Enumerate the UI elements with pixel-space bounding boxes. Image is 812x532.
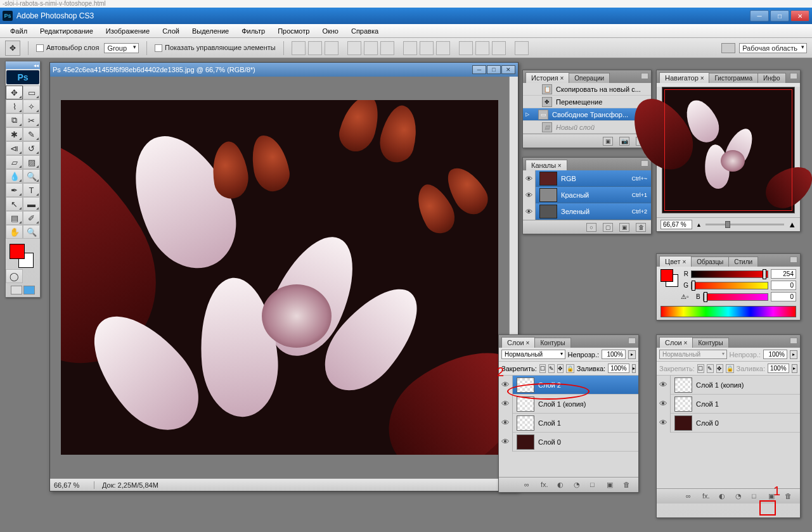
history-item[interactable]: ✥Перемещение — [523, 96, 651, 108]
eye-icon[interactable]: 👁 — [499, 433, 513, 452]
screenmode-standard[interactable] — [11, 286, 22, 294]
blur-tool[interactable]: 💧 — [6, 169, 23, 183]
eyedropper-tool[interactable]: ✐ — [23, 211, 40, 225]
pen-tool[interactable]: ✒ — [6, 183, 23, 197]
channel-row[interactable]: 👁ЗеленыйCtrl+2 — [523, 203, 651, 220]
menu-image[interactable]: Изображение — [100, 25, 156, 37]
stamp-tool[interactable]: ⧏ — [6, 141, 23, 155]
tab-channels[interactable]: Каналы × — [525, 160, 567, 170]
mask-icon[interactable]: ◐ — [719, 492, 729, 501]
zoom-tool[interactable]: 🔍 — [23, 225, 40, 239]
channel-new-icon[interactable]: ▣ — [619, 223, 629, 232]
menu-help[interactable]: Справка — [345, 25, 385, 37]
lock-paint-icon[interactable]: ✎ — [548, 364, 555, 373]
color-spectrum[interactable] — [661, 306, 796, 317]
eye-icon[interactable]: 👁 — [657, 395, 671, 414]
tab-navigator[interactable]: Навигатор × — [659, 72, 709, 83]
color-swatch-pair[interactable] — [661, 269, 678, 287]
zoom-readout[interactable]: 66,67 % — [50, 481, 94, 489]
r-slider[interactable] — [691, 270, 768, 278]
brush-tool[interactable]: ✎ — [23, 127, 40, 141]
channel-row[interactable]: 👁КрасныйCtrl+1 — [523, 187, 651, 203]
gradient-tool[interactable]: ▨ — [23, 155, 40, 169]
history-item[interactable]: 📋Скопировать на новый с... — [523, 83, 651, 96]
blend-mode-dropdown[interactable]: Нормальный — [659, 350, 727, 359]
align-icon[interactable] — [308, 41, 322, 55]
panel-menu-icon[interactable] — [641, 73, 648, 79]
tab-layers[interactable]: Слои × — [659, 337, 693, 348]
tab-layers[interactable]: Слои × — [501, 337, 535, 348]
layer-row[interactable]: 👁Слой 1 — [657, 395, 800, 414]
adjustment-icon[interactable]: ◔ — [735, 492, 745, 501]
eye-icon[interactable]: 👁 — [523, 187, 536, 203]
menu-window[interactable]: Окно — [316, 25, 345, 37]
arrange-icon[interactable] — [515, 41, 529, 55]
tab-info[interactable]: Инфо — [757, 73, 786, 83]
opacity-value[interactable]: 100% — [763, 350, 787, 359]
workspace-dropdown[interactable]: Рабочая область — [739, 43, 807, 53]
type-tool[interactable]: T — [23, 183, 40, 197]
path-tool[interactable]: ↖ — [6, 197, 23, 211]
navigator-zoom-slider[interactable] — [706, 224, 784, 225]
tab-actions[interactable]: Операции — [569, 73, 610, 83]
lock-move-icon[interactable]: ✥ — [557, 364, 564, 373]
lock-transparency-icon[interactable]: ☐ — [697, 364, 704, 373]
trash-icon[interactable]: 🗑 — [785, 492, 795, 501]
tab-swatches[interactable]: Образцы — [691, 256, 729, 267]
distribute-icon[interactable] — [459, 41, 473, 55]
zoom-in-icon[interactable]: ▲ — [788, 220, 796, 229]
fx-icon[interactable]: fx. — [541, 481, 551, 490]
window-maximize-button[interactable]: □ — [770, 10, 789, 22]
link-icon[interactable]: ∞ — [524, 481, 534, 490]
eye-icon[interactable]: 👁 — [499, 376, 513, 395]
layer-row[interactable]: 👁Слой 1 — [499, 414, 638, 433]
channel-row[interactable]: 👁RGBCtrl+~ — [523, 170, 651, 187]
distribute-icon[interactable] — [475, 41, 489, 55]
marquee-tool[interactable]: ▭ — [23, 86, 40, 99]
distribute-icon[interactable] — [436, 41, 450, 55]
zoom-out-icon[interactable]: ▲ — [696, 222, 702, 228]
menu-file[interactable]: Файл — [4, 25, 34, 37]
doc-close-button[interactable]: ✕ — [501, 65, 515, 74]
channel-delete-icon[interactable]: 🗑 — [636, 223, 646, 232]
menu-edit[interactable]: Редактирование — [34, 25, 100, 37]
navigator-thumbnail[interactable] — [662, 87, 795, 213]
show-controls-checkbox[interactable]: Показать управляющие элементы — [155, 44, 276, 52]
lock-transparency-icon[interactable]: ☐ — [539, 364, 546, 373]
heal-tool[interactable]: ✱ — [6, 127, 23, 141]
new-layer-icon[interactable]: ▣ — [768, 492, 778, 501]
tab-history[interactable]: История × — [525, 72, 569, 83]
channel-mask-icon[interactable]: ▢ — [603, 223, 613, 232]
toolbox-header[interactable]: ◂◂ — [6, 61, 40, 69]
folder-icon[interactable]: □ — [752, 492, 762, 501]
adjustment-icon[interactable]: ◔ — [574, 481, 584, 490]
navigator-zoom-input[interactable]: 66,67 % — [661, 220, 692, 229]
align-icon[interactable] — [380, 41, 394, 55]
canvas[interactable] — [50, 77, 509, 478]
r-value[interactable]: 254 — [771, 269, 796, 279]
slice-tool[interactable]: ✂ — [23, 113, 40, 127]
trash-icon[interactable]: 🗑 — [623, 481, 633, 490]
eye-icon[interactable]: 👁 — [657, 376, 671, 395]
window-close-button[interactable]: ✕ — [790, 10, 809, 22]
panel-menu-icon[interactable] — [790, 73, 797, 79]
distribute-icon[interactable] — [492, 41, 506, 55]
align-icon[interactable] — [292, 41, 306, 55]
b-slider[interactable] — [703, 293, 768, 301]
workspace-icon[interactable] — [721, 43, 735, 53]
layer-row[interactable]: 👁Слой 0 — [499, 433, 638, 452]
doc-maximize-button[interactable]: □ — [487, 65, 501, 74]
auto-select-dropdown[interactable]: Group — [104, 43, 139, 53]
eye-icon[interactable]: 👁 — [657, 414, 671, 433]
window-minimize-button[interactable]: ─ — [750, 10, 769, 22]
new-layer-icon[interactable]: ▣ — [607, 481, 617, 490]
eye-icon[interactable]: 👁 — [523, 203, 536, 220]
notes-tool[interactable]: ▤ — [6, 211, 23, 225]
layer-row[interactable]: 👁Слой 2 — [499, 376, 638, 395]
move-tool-icon[interactable]: ✥ — [5, 41, 20, 56]
panel-menu-icon[interactable] — [628, 338, 636, 344]
menu-layer[interactable]: Слой — [156, 25, 186, 37]
hand-tool[interactable]: ✋ — [6, 225, 23, 239]
wand-tool[interactable]: ✧ — [23, 99, 40, 113]
lock-move-icon[interactable]: ✥ — [716, 364, 723, 373]
